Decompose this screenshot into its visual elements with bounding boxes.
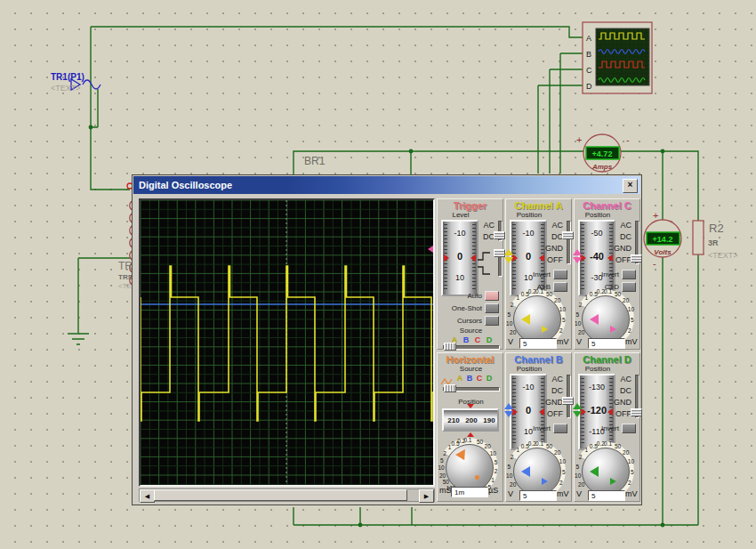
scope-screen [139, 198, 435, 487]
tr1-component[interactable]: TR1(P1) <TEXT> [51, 72, 101, 93]
horizontal-gain-knob[interactable] [446, 444, 494, 492]
trigger-source-c: C [473, 335, 482, 344]
channel-b-gain-knob[interactable] [513, 448, 561, 496]
scope-terminal-a: A [586, 34, 591, 43]
tr-ref-label: TR [118, 260, 133, 272]
horizontal-position-gauge[interactable]: 210200190 [442, 408, 499, 432]
channel-a-invert-label: Invert [506, 270, 551, 279]
proteus-schematic-stage: TR1(P1) <TEXT> BR1 TR TRS. <TE +4.72 Amp… [0, 0, 756, 549]
resistor-r2[interactable]: R2 3R <TEXT> [693, 221, 738, 260]
ammeter-unit-label: Amps [591, 163, 613, 171]
channel-b-value-box[interactable]: 5 [519, 490, 557, 501]
panel-channel-b: Channel BPosition-10010ACDCGNDOFFInvert0… [505, 352, 572, 502]
trigger-auto-label: Auto [438, 292, 482, 300]
up-arrow-icon [504, 403, 513, 409]
trigger-source-slider[interactable] [444, 343, 456, 351]
channel-d-invert-button[interactable] [622, 424, 636, 433]
channel-b-invert-button[interactable] [553, 424, 567, 433]
channel-a-coupling-slider[interactable] [562, 231, 574, 239]
down-arrow-icon [504, 257, 513, 263]
channel-c-position-marker [428, 246, 433, 253]
horizontal-source-label: Source [438, 365, 504, 373]
channel-c-coupling-slider[interactable] [631, 254, 642, 262]
trigger-source-b: B [462, 335, 470, 344]
trigger-cursors-button[interactable] [485, 316, 499, 326]
channel-d-coupling-slider[interactable] [631, 408, 642, 416]
channel-b-coupling-off-label: OFF [540, 409, 563, 418]
knob-pointer [521, 314, 530, 325]
channel-c-unit-left: V [576, 337, 582, 346]
wire-bottom [294, 507, 698, 525]
channel-d-position-nudge-arrows[interactable] [573, 403, 582, 417]
channel-b-unit-right: mV [557, 489, 569, 498]
channel-a-title: Channel A [506, 200, 571, 211]
channel-a-coupling-ac-label: AC [540, 221, 563, 230]
channel-d-unit-left: V [576, 489, 582, 498]
channel-d-unit-right: mV [625, 489, 638, 498]
ammeter[interactable]: +4.72 Amps + - [576, 134, 630, 172]
ground-symbol[interactable] [68, 334, 89, 344]
hgauge-pointer-top [467, 404, 474, 408]
scroll-left-button[interactable]: ◀ [140, 489, 155, 503]
horizontal-source-slider[interactable] [444, 384, 456, 392]
scroll-thumb[interactable] [154, 489, 407, 501]
channel-c-position-nudge-arrows[interactable] [573, 249, 582, 263]
channel-c-invert-button[interactable] [622, 270, 636, 279]
r2-text-label: <TEXT> [708, 251, 738, 260]
falling-edge-icon [477, 263, 492, 274]
trigger-title: Trigger [438, 200, 503, 211]
window-titlebar[interactable]: Digital Oscilloscope × [133, 176, 640, 194]
channel-d-invert-label: Invert [575, 424, 619, 432]
channel-d-coupling-dc-label: DC [608, 386, 631, 395]
scope-panels: TriggerLevel-10010ACDCAutoOne-ShotCursor… [437, 198, 640, 502]
trigger-auto-button[interactable] [485, 291, 499, 301]
ammeter-plus: + [576, 134, 582, 145]
window-title: Digital Oscilloscope [139, 180, 232, 190]
channel-a-position-nudge-arrows[interactable] [504, 249, 513, 263]
channel-a-coupling-off-label: OFF [540, 255, 563, 264]
channel-b-title: Channel B [506, 354, 571, 365]
scope-screen-plot [141, 200, 433, 485]
channel-c-value-box[interactable]: 5 [588, 338, 625, 349]
horizontal-unit-right: µS [488, 486, 498, 495]
trigger-one-shot-button[interactable] [485, 303, 499, 313]
channel-a-value-box[interactable]: 5 [519, 338, 557, 349]
horizontal-value-box[interactable]: 1m [451, 487, 488, 497]
r2-value-label: 3R [708, 238, 719, 247]
trigger-gauge-label: Level [441, 211, 480, 219]
gauge-pointer-left [444, 254, 449, 262]
channel-c-gain-knob[interactable] [582, 295, 630, 343]
close-button[interactable]: × [623, 179, 638, 193]
knob-dot [542, 478, 548, 485]
channel-a-gain-knob[interactable] [513, 295, 561, 343]
channel-c-gauge-label: Position [578, 211, 617, 219]
gauge-pointer-right [470, 254, 476, 262]
channel-c-unit-right: mV [625, 337, 638, 346]
channel-d-value-box[interactable]: 5 [588, 490, 625, 501]
scroll-right-button[interactable]: ▶ [419, 489, 434, 503]
channel-c-coupling-gnd-label: GND [608, 244, 631, 253]
ammeter-reading: +4.72 [592, 149, 613, 158]
channel-b-coupling-gnd-label: GND [540, 398, 563, 407]
trigger-source-label: Source [438, 327, 504, 335]
knob-dot [610, 326, 616, 333]
tr-text-label: <TE [118, 282, 132, 290]
trigger-position-gauge[interactable]: -10010 [441, 220, 479, 296]
rising-edge-icon [477, 249, 492, 260]
channel-a-coupling-gnd-label: GND [540, 244, 563, 253]
scope-terminal-c: C [586, 66, 592, 75]
oscilloscope-component[interactable]: A B C D [583, 22, 652, 93]
waveform-icon [440, 374, 454, 383]
channel-d-coupling-gnd-label: GND [608, 398, 631, 407]
channel-c-title: Channel C [575, 200, 639, 211]
channel-b-position-nudge-arrows[interactable] [504, 403, 513, 417]
tr1-ref-label: TR1(P1) [51, 72, 84, 82]
hgauge-tick: 210 [444, 416, 463, 424]
panel-channel-c: Channel CPosition-50-40-30ACDCGNDOFFInve… [574, 198, 640, 350]
voltmeter-minus: - [653, 258, 656, 269]
channel-d-gain-knob[interactable] [582, 448, 630, 496]
screen-scrollbar[interactable]: ◀ ▶ [139, 488, 435, 502]
channel-a-invert-button[interactable] [553, 270, 567, 279]
channel-c-coupling-ac-label: AC [608, 221, 631, 230]
trigger-coupling-slider[interactable] [494, 231, 505, 239]
